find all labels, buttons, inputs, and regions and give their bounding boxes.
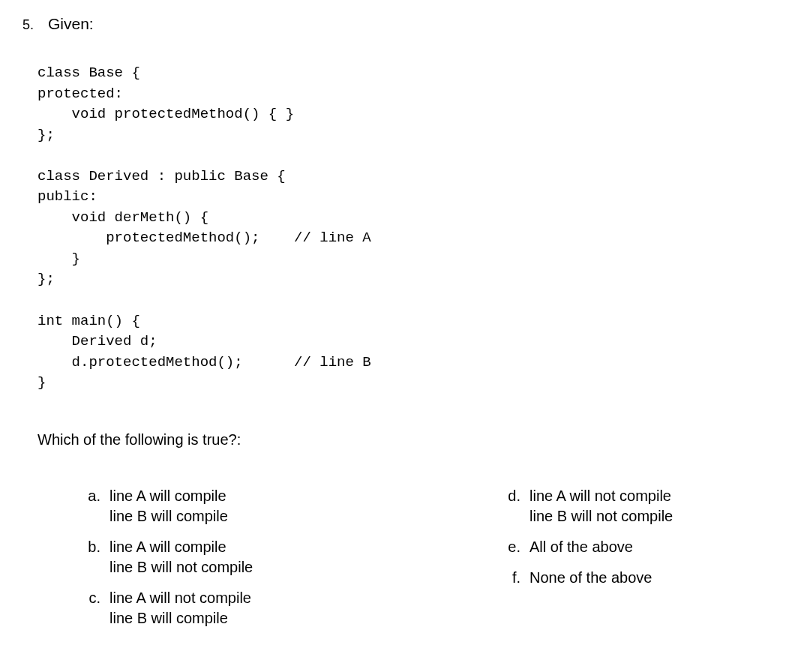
option-c: c. line A will not compile line B will c… [75, 588, 495, 628]
option-f: f. None of the above [495, 568, 780, 588]
option-text: All of the above [530, 537, 633, 557]
question-number: 5. [22, 17, 39, 33]
option-text: None of the above [530, 568, 652, 588]
option-text: line A will not compile line B will not … [530, 486, 673, 526]
option-text: line A will not compile line B will comp… [110, 588, 251, 628]
option-marker: a. [75, 486, 110, 506]
option-text: line A will compile line B will not comp… [110, 537, 253, 578]
option-a: a. line A will compile line B will compi… [75, 486, 495, 526]
option-text: line A will compile line B will compile [110, 486, 228, 526]
question-header: 5. Given: [22, 15, 782, 33]
options-container: a. line A will compile line B will compi… [75, 486, 782, 639]
options-right-column: d. line A will not compile line B will n… [495, 486, 780, 639]
option-b: b. line A will compile line B will not c… [75, 537, 495, 578]
options-left-column: a. line A will compile line B will compi… [75, 486, 495, 639]
option-marker: d. [495, 486, 530, 506]
code-block: class Base { protected: void protectedMe… [38, 63, 782, 394]
question-title: Given: [48, 15, 94, 33]
option-d: d. line A will not compile line B will n… [495, 486, 780, 526]
question-prompt: Which of the following is true?: [38, 431, 782, 448]
option-marker: f. [495, 568, 530, 588]
option-marker: e. [495, 537, 530, 557]
option-marker: c. [75, 588, 110, 608]
option-e: e. All of the above [495, 537, 780, 557]
option-marker: b. [75, 537, 110, 557]
